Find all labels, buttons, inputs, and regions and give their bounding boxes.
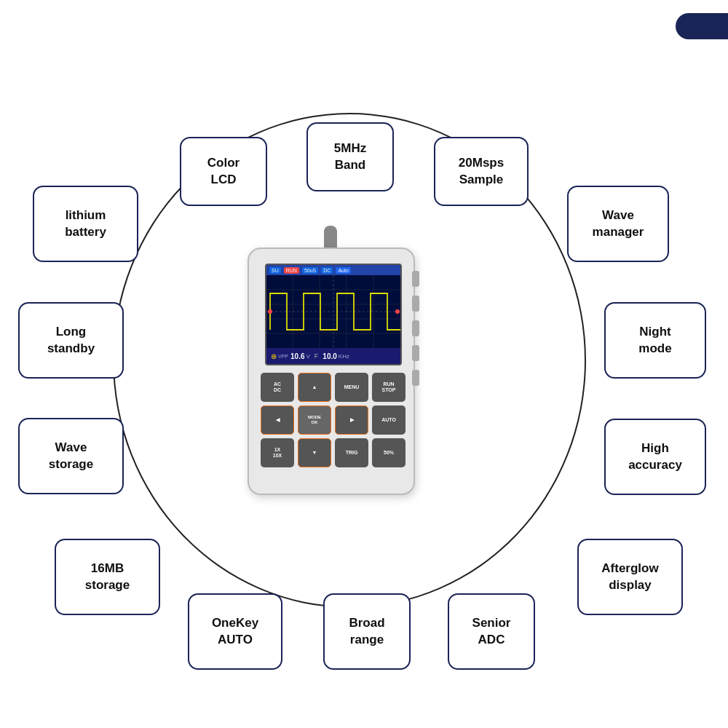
su-label: SU: [269, 267, 281, 274]
side-btn-1[interactable]: [412, 271, 419, 287]
feature-box-night-mode: Night mode: [604, 302, 706, 379]
keypad-area: ACDC ▲ MENU RUNSTOP ◀ MODEOK ▶ AUTO 1X10…: [261, 373, 406, 486]
screen-bottom-bar: ⊕ VPP 10.6 V F 10.0 KHz: [266, 348, 400, 364]
feature-box-long-standby: Long standby: [18, 302, 124, 379]
side-buttons: [412, 271, 419, 386]
feature-label-night-mode: Night mode: [638, 324, 671, 357]
menu-key[interactable]: MENU: [335, 373, 368, 402]
feature-label-high-accuracy: High accuracy: [628, 440, 682, 474]
feature-box-onekey-auto: OneKey AUTO: [188, 593, 282, 670]
svg-point-10: [268, 309, 272, 314]
ac-dc-key[interactable]: ACDC: [261, 373, 294, 402]
svg-point-11: [395, 309, 400, 314]
feature-label-color-lcd: Color LCD: [207, 155, 240, 189]
feature-label-broad-range: Broad range: [349, 615, 384, 649]
auto-key[interactable]: AUTO: [372, 405, 405, 435]
feature-box-wave-storage: Wave storage: [18, 418, 124, 494]
50pct-key[interactable]: 50%: [372, 438, 405, 467]
feature-label-16mb-storage: 16MB storage: [85, 561, 130, 594]
1x-10x-key[interactable]: 1X10X: [261, 438, 294, 467]
time-label: 50uS: [302, 267, 318, 274]
feature-label-onekey-auto: OneKey AUTO: [212, 615, 258, 649]
side-btn-5[interactable]: [412, 370, 419, 386]
feature-label-afterglow-display: Afterglow display: [601, 561, 658, 594]
feature-box-lithium-battery: lithium battery: [33, 186, 138, 262]
run-label: RUN: [284, 267, 299, 274]
side-btn-2[interactable]: [412, 296, 419, 312]
dc-label: DC: [321, 267, 333, 274]
device-container: SU RUN 50uS DC Auto: [240, 226, 430, 502]
feature-box-broad-range: Broad range: [323, 593, 411, 670]
auto-label: Auto: [336, 267, 350, 274]
feature-box-16mb-storage: 16MB storage: [55, 539, 160, 615]
run-stop-key[interactable]: RUNSTOP: [372, 373, 405, 402]
feature-label-senior-adc: Senior ADC: [472, 615, 511, 649]
up-key[interactable]: ▲: [298, 373, 331, 402]
feature-label-20msps-sample: 20Msps Sample: [459, 155, 504, 189]
device-body: SU RUN 50uS DC Auto: [248, 248, 415, 495]
trig-key[interactable]: TRIG: [335, 438, 368, 467]
feature-label-long-standby: Long standby: [47, 324, 95, 357]
screen-content: [266, 275, 400, 348]
side-btn-3[interactable]: [412, 320, 419, 336]
feature-box-high-accuracy: High accuracy: [604, 419, 706, 495]
feature-label-wave-manager: Wave manager: [593, 207, 644, 241]
device-screen: SU RUN 50uS DC Auto: [265, 264, 402, 365]
feature-box-color-lcd: Color LCD: [180, 137, 267, 206]
feature-label-5mhz-band: 5MHz Band: [334, 141, 366, 174]
left-key[interactable]: ◀: [261, 405, 294, 435]
down-key[interactable]: ▼: [298, 438, 331, 467]
feature-box-senior-adc: Senior ADC: [448, 593, 535, 670]
title-badge: [676, 13, 728, 39]
screen-top-bar: SU RUN 50uS DC Auto: [266, 265, 400, 275]
mode-ok-key[interactable]: MODEOK: [298, 405, 331, 435]
feature-label-wave-storage: Wave storage: [49, 440, 93, 473]
feature-box-20msps-sample: 20Msps Sample: [434, 137, 529, 206]
feature-box-afterglow-display: Afterglow display: [577, 539, 683, 615]
side-btn-4[interactable]: [412, 345, 419, 361]
right-key[interactable]: ▶: [335, 405, 368, 435]
feature-label-lithium-battery: lithium battery: [65, 207, 106, 241]
feature-box-wave-manager: Wave manager: [567, 186, 669, 262]
feature-box-5mhz-band: 5MHz Band: [306, 122, 394, 191]
